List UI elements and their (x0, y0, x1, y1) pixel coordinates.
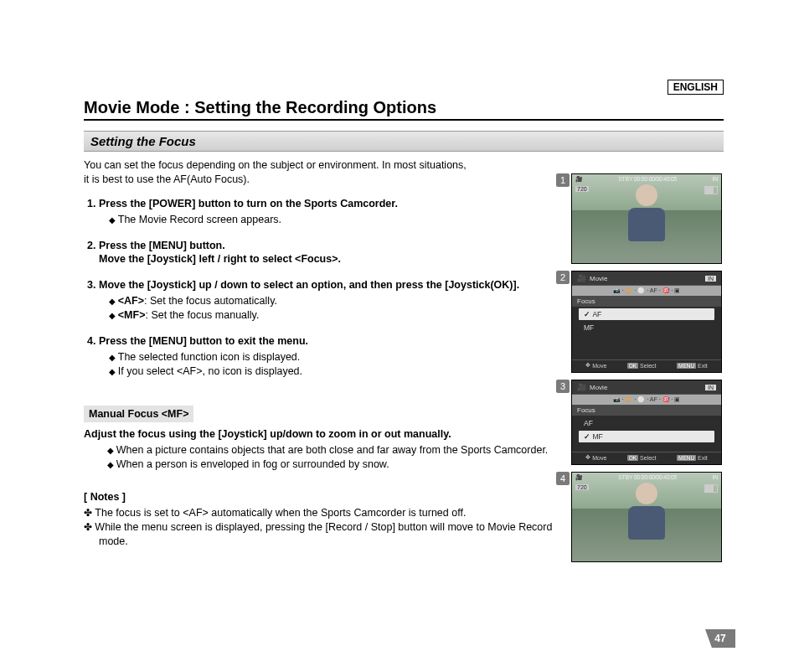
step-1: Press the [POWER] button to turn on the … (99, 197, 558, 227)
hint-exit: MENU Exit (677, 454, 708, 461)
battery-icon (704, 186, 718, 194)
screenshots-column: 1 🎥 STBY 00:00:00/00:40:05 IN 720 (571, 157, 724, 569)
screenshot-number-4: 4 (556, 472, 570, 485)
menu-item-mf: MF (579, 431, 714, 442)
menu-title: Movie (590, 275, 607, 282)
chapter-title: Movie Mode : Setting the Recording Optio… (84, 98, 724, 121)
step-4: Press the [MENU] button to exit the menu… (99, 334, 558, 379)
steps-list: Press the [POWER] button to turn on the … (84, 197, 558, 379)
menu-tab-icons: 📷 · 🔆 · ⚪ · AF · 🎯 · ▣ (572, 286, 721, 296)
language-badge: ENGLISH (668, 80, 724, 95)
hint-select: OK Select (627, 362, 657, 369)
note-1: The focus is set to <AF> automatically w… (84, 506, 558, 520)
step-4-bullet-2: If you select <AF>, no icon is displayed… (109, 364, 558, 379)
intro-text: You can set the focus depending on the s… (84, 158, 558, 187)
stby-timecode: STBY 00:00:00/00:40:05 (618, 176, 677, 183)
preview-subject (623, 184, 670, 251)
menu-item-af: AF (579, 417, 714, 429)
notes-heading: [ Notes ] (84, 490, 558, 504)
mf-bullet-2: When a person is enveloped in fog or sur… (107, 457, 558, 472)
movie-mode-icon: 🎥 (577, 274, 586, 282)
preview-subject (623, 483, 670, 550)
section-title: Setting the Focus (84, 131, 724, 152)
screenshot-number-3: 3 (556, 380, 570, 393)
page-number: 47 (705, 629, 735, 648)
menu-section-focus: Focus (572, 296, 721, 307)
screenshot-number-1: 1 (556, 173, 570, 187)
step-3-af: <AF>: Set the focus automatically. (109, 294, 558, 308)
note-2: While the menu screen is displayed, pres… (84, 520, 558, 549)
resolution-badge: 720 (575, 484, 589, 490)
memory-in-badge: IN (705, 276, 716, 282)
step-4-bullet-1: The selected function icon is displayed. (109, 350, 558, 364)
step-3-mf: <MF>: Set the focus manually. (109, 308, 558, 323)
hint-select: OK Select (627, 454, 657, 461)
mf-subheading: Manual Focus <MF> (84, 406, 193, 423)
screenshot-2: 2 🎥 Movie IN 📷 · 🔆 · ⚪ · AF · 🎯 · ▣ Focu… (571, 271, 724, 373)
menu-section-focus: Focus (572, 405, 721, 416)
hint-move: ✥ Move (585, 362, 606, 369)
rec-mode-icon: 🎥 (575, 474, 583, 481)
step-3: Move the [Joystick] up / down to select … (99, 278, 558, 323)
hint-exit: MENU Exit (677, 362, 708, 369)
notes-list: The focus is set to <AF> automatically w… (84, 506, 558, 549)
step-2: Press the [MENU] button. Move the [Joyst… (99, 239, 558, 267)
mf-bullet-1: When a picture contains objects that are… (107, 443, 558, 457)
screenshot-3: 3 🎥 Movie IN 📷 · 🔆 · ⚪ · AF · 🎯 · ▣ Focu… (571, 380, 724, 465)
memory-in-badge: IN (705, 385, 716, 390)
step-1-bullet: The Movie Record screen appears. (109, 213, 558, 227)
screenshot-number-2: 2 (556, 271, 570, 284)
screenshot-1: 1 🎥 STBY 00:00:00/00:40:05 IN 720 (571, 173, 724, 264)
hint-move: ✥ Move (585, 454, 606, 461)
battery-icon (704, 484, 718, 493)
instruction-column: You can set the focus depending on the s… (84, 157, 558, 569)
menu-item-mf: MF (579, 322, 714, 333)
resolution-badge: 720 (575, 186, 589, 192)
stby-timecode: STBY 00:00:00/00:40:05 (618, 474, 677, 481)
mf-instruction: Adjust the focus using the [Joystick] up… (84, 427, 558, 442)
memory-in-badge: IN (713, 176, 718, 183)
rec-mode-icon: 🎥 (575, 176, 583, 183)
movie-mode-icon: 🎥 (577, 383, 586, 391)
menu-item-af: AF (579, 308, 714, 320)
menu-tab-icons: 📷 · 🔆 · ⚪ · AF · 🎯 · ▣ (572, 395, 721, 405)
menu-title: Movie (590, 384, 607, 391)
memory-in-badge: IN (713, 474, 718, 481)
screenshot-4: 4 🎥 STBY 00:00:00/00:40:05 IN 720 (571, 472, 724, 562)
